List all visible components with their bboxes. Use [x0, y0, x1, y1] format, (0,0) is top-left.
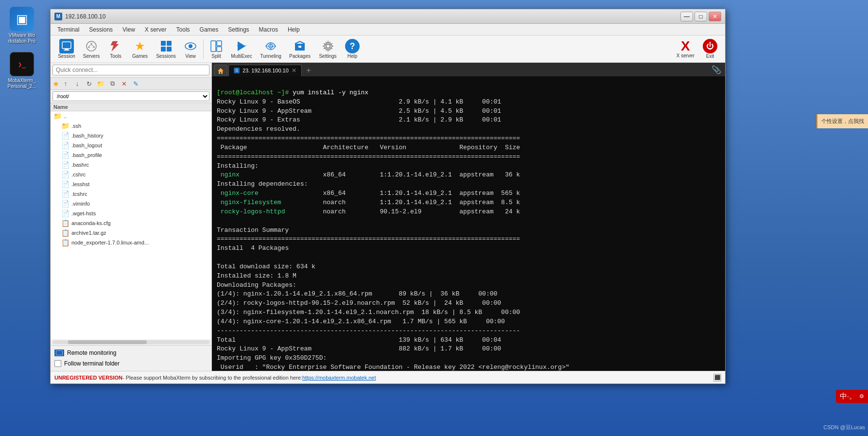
svg-point-4 — [90, 43, 92, 45]
menu-help[interactable]: Help — [283, 25, 305, 34]
main-window: M 192.168.100.10 — □ ✕ Terminal Sessions… — [50, 9, 726, 384]
tab-home[interactable] — [214, 65, 227, 76]
svg-point-25 — [326, 44, 330, 48]
title-bar: M 192.168.100.10 — □ ✕ — [51, 9, 725, 24]
sidebar-edit-icon[interactable]: ✎ — [130, 79, 141, 88]
menu-xserver[interactable]: X server — [140, 25, 172, 34]
terminal-line-5: noarch 90.15-2.el9 appstream 24 k Transa… — [217, 208, 570, 371]
terminal-line-1: Rocky Linux 9 - BaseOS 2.9 kB/s | 4.1 kB… — [217, 98, 520, 179]
view-label: View — [185, 53, 196, 59]
tree-item-bash-profile[interactable]: 📄 .bash_profile — [51, 150, 211, 160]
tree-item-ssh[interactable]: 📁 .ssh — [51, 121, 211, 131]
follow-terminal-folder-label: Follow terminal folder — [64, 360, 120, 367]
window-title: 192.168.100.10 — [65, 13, 677, 20]
window-icon: M — [54, 13, 62, 20]
menu-sessions[interactable]: Sessions — [84, 25, 118, 34]
x-server-button[interactable]: X X server — [673, 38, 698, 59]
desktop-icon-mobaterm[interactable]: ❯_ MobaXterm_ Personal_2... — [2, 50, 42, 91]
input-method-bar[interactable]: 中·。 ⚙ — [836, 390, 868, 403]
split-button[interactable]: Split — [206, 38, 227, 60]
terminal-nginx: nginx — [221, 171, 240, 178]
sidebar-delete-icon[interactable]: ✕ — [119, 79, 129, 88]
servers-button[interactable]: Servers — [79, 38, 104, 60]
status-link[interactable]: https://mobaxterm.mobatek.net — [302, 375, 376, 381]
tree-item-dotdot[interactable]: 📁 .. — [51, 111, 211, 121]
remote-monitoring-item[interactable]: Remote monitoring — [52, 348, 209, 358]
quick-connect-input[interactable] — [52, 65, 209, 75]
view-button[interactable]: View — [180, 38, 201, 60]
tree-item-bash-history[interactable]: 📄 .bash_history — [51, 131, 211, 140]
follow-folder-checkbox[interactable] — [54, 360, 61, 367]
file-name: .lesshst — [71, 181, 89, 187]
status-bar: UNREGISTERED VERSION - Please support Mo… — [51, 371, 725, 384]
menu-settings[interactable]: Settings — [223, 25, 254, 34]
tree-item-archive[interactable]: 📋 archive1.tar.gz — [51, 228, 211, 238]
sessions-label: Sessions — [156, 53, 176, 59]
toolbar-sep-1 — [203, 39, 204, 59]
tunneling-button[interactable]: Tunneling — [256, 38, 285, 60]
content-area: ★ ↑ ↓ ↻ 📁 ⧉ ✕ ✎ /root/ Name — [51, 63, 725, 371]
help-button[interactable]: ? Help — [342, 38, 363, 60]
tree-item-bash-logout[interactable]: 📄 .bash_logout — [51, 140, 211, 150]
menu-macros[interactable]: Macros — [254, 25, 283, 34]
minimize-button[interactable]: — — [680, 12, 693, 21]
session-button[interactable]: Session — [54, 38, 79, 60]
tab-title: 23. 192.168.100.10 — [243, 68, 289, 73]
tab-add-button[interactable]: + — [303, 65, 314, 76]
menu-terminal[interactable]: Terminal — [52, 25, 84, 34]
status-message: - Please support MobaXterm by subscribin… — [122, 375, 302, 381]
tree-item-tcshrc[interactable]: 📄 .tcshrc — [51, 189, 211, 199]
maximize-button[interactable]: □ — [694, 12, 707, 21]
menu-tools[interactable]: Tools — [172, 25, 195, 34]
toolbar: Session Servers Tools ★ Games Sessions — [51, 35, 725, 63]
help-icon: ? — [345, 39, 360, 53]
tunneling-label: Tunneling — [260, 53, 281, 59]
desktop-icon-vmware[interactable]: ▣ VMware Wo rkstation Pro — [2, 5, 42, 46]
multiexec-button[interactable]: MultiExec — [227, 38, 256, 60]
settings-button[interactable]: Settings — [314, 38, 341, 60]
tools-icon — [108, 39, 123, 53]
packages-button[interactable]: Packages — [286, 38, 314, 60]
file-name: .wget-hsts — [71, 210, 96, 216]
file-name: archive1.tar.gz — [71, 230, 106, 236]
svg-rect-9 — [161, 41, 166, 46]
tab-close-button[interactable]: ✕ — [292, 67, 296, 74]
menu-games[interactable]: Games — [195, 25, 224, 34]
file-name: .tcshrc — [71, 191, 87, 197]
sidebar-download-icon[interactable]: ↓ — [72, 79, 83, 88]
tree-item-viminfo[interactable]: 📄 .viminfo — [51, 199, 211, 209]
close-button[interactable]: ✕ — [709, 12, 721, 21]
col-name-header: Name — [53, 104, 68, 110]
terminal-content[interactable]: [root@localhost ~]# yum install -y nginx… — [212, 76, 725, 371]
exit-button[interactable]: ⏻ Exit — [699, 38, 721, 60]
tools-button[interactable]: Tools — [104, 38, 127, 60]
tree-item-lesshst[interactable]: 📄 .lesshst — [51, 179, 211, 189]
tunneling-icon — [263, 39, 278, 53]
file-icon: 📋 — [61, 239, 69, 246]
tree-item-bashrc[interactable]: 📄 .bashrc — [51, 160, 211, 170]
multiexec-label: MultiExec — [231, 53, 252, 59]
file-icon: 📄 — [61, 180, 69, 188]
sessions-button[interactable]: Sessions — [153, 38, 179, 60]
svg-point-14 — [189, 44, 192, 48]
sidebar-refresh-icon[interactable]: ↻ — [84, 79, 94, 88]
sidebar-copy-icon[interactable]: ⧉ — [107, 79, 118, 88]
file-icon: 📄 — [61, 171, 69, 178]
tree-item-cshrc[interactable]: 📄 .cshrc — [51, 170, 211, 179]
svg-rect-11 — [161, 47, 166, 52]
tree-item-node-exporter[interactable]: 📋 node_exporter-1.7.0.linux-amd... — [51, 238, 211, 247]
file-name: .bash_profile — [71, 152, 102, 158]
games-button[interactable]: ★ Games — [128, 38, 152, 60]
path-select[interactable]: /root/ — [52, 91, 209, 101]
attach-icon[interactable]: 📎 — [708, 65, 725, 74]
sidebar-newfolder-icon[interactable]: 📁 — [95, 79, 106, 88]
sidebar-upload-icon[interactable]: ↑ — [60, 79, 71, 88]
tree-item-anaconda[interactable]: 📋 anaconda-ks.cfg — [51, 218, 211, 228]
input-method-settings[interactable]: ⚙ — [859, 393, 864, 400]
svg-rect-19 — [237, 45, 246, 46]
tree-item-wget-hsts[interactable]: 📄 .wget-hsts — [51, 209, 211, 218]
menu-view[interactable]: View — [118, 25, 140, 34]
sidebar-scrollbar[interactable] — [52, 340, 209, 344]
follow-terminal-folder-item[interactable]: Follow terminal folder — [52, 358, 209, 369]
active-tab[interactable]: S 23. 192.168.100.10 ✕ — [228, 65, 302, 76]
